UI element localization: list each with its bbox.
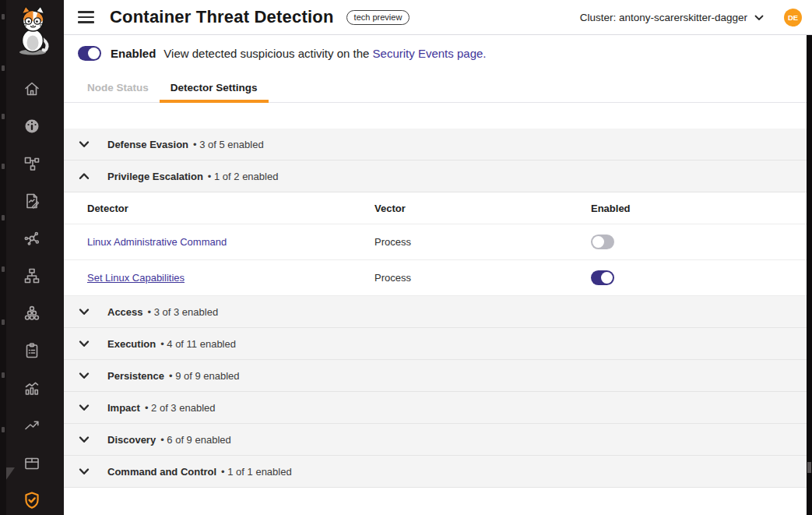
cluster-selector[interactable]: Cluster: antony-scarerskitter-dagger [580, 12, 764, 23]
sidebar-item-home[interactable] [0, 72, 64, 109]
sidebar [0, 0, 64, 515]
category-summary: • 6 of 9 enabled [160, 434, 231, 446]
sidebar-item-service-mesh[interactable] [0, 221, 64, 259]
network-topology-icon [23, 154, 41, 176]
category-row-impact[interactable]: Impact • 2 of 3 enabled [64, 392, 807, 424]
vector-value: Process [374, 236, 591, 248]
chevron-down-icon [78, 337, 90, 350]
category-label: Defense Evasion [107, 139, 188, 150]
apps-box-icon [23, 453, 41, 475]
category-summary: • 3 of 3 enabled [148, 306, 219, 318]
detector-table-header: Detector Vector Enabled [64, 192, 807, 224]
category-label: Command and Control [107, 466, 216, 478]
trends-icon [23, 416, 41, 438]
security-events-link[interactable]: Security Events page. [373, 47, 487, 60]
detector-toggle[interactable] [591, 235, 614, 249]
sidebar-item-dashboard[interactable] [0, 109, 64, 146]
compliance-clipboard-icon [23, 341, 41, 363]
category-row-persistence[interactable]: Persistence • 9 of 9 enabled [64, 360, 807, 392]
category-label: Execution [107, 338, 156, 350]
sidebar-item-network[interactable] [0, 146, 64, 184]
cat-mascot-logo[interactable] [12, 5, 54, 59]
category-row-discovery[interactable]: Discovery • 6 of 9 enabled [64, 424, 807, 456]
workload-cluster-icon [23, 304, 41, 326]
chevron-down-icon [78, 401, 90, 414]
category-summary: • 4 of 11 enabled [160, 338, 236, 350]
chevron-up-icon [78, 170, 90, 182]
cluster-selector-label: Cluster: antony-scarerskitter-dagger [580, 12, 747, 23]
chevron-down-icon [78, 465, 90, 478]
chevron-down-icon [754, 12, 764, 23]
user-avatar[interactable]: DE [784, 9, 802, 26]
column-header-enabled: Enabled [591, 203, 807, 214]
chevron-down-icon [78, 433, 90, 446]
category-label: Impact [107, 402, 140, 414]
category-row-execution[interactable]: Execution • 4 of 11 enabled [64, 328, 807, 360]
enabled-toggle-label: Enabled [111, 47, 156, 60]
chevron-down-icon [78, 305, 90, 318]
category-row-command-and-control[interactable]: Command and Control • 1 of 1 enabled [64, 456, 807, 488]
vector-value: Process [374, 272, 591, 284]
tab-bar: Node Status Detector Settings [64, 72, 807, 103]
node-hierarchy-icon [23, 266, 41, 288]
sidebar-item-metrics[interactable] [0, 371, 64, 408]
container-threat-detection-page: Container Threat Detection tech preview … [0, 0, 812, 515]
sidebar-item-workloads[interactable] [0, 296, 64, 333]
hamburger-menu-icon[interactable] [78, 11, 94, 23]
enabled-toolbar: Enabled View detected suspicious activit… [64, 35, 807, 72]
tab-detector-settings[interactable]: Detector Settings [160, 72, 269, 103]
tab-content-gap [64, 103, 807, 129]
chevron-down-icon [78, 369, 90, 382]
column-header-vector: Vector [374, 203, 591, 214]
sidebar-item-compliance[interactable] [0, 333, 64, 371]
category-row-defense-evasion[interactable]: Defense Evasion • 3 of 5 enabled [64, 129, 807, 160]
enabled-description: View detected suspicious activity on the… [163, 47, 486, 60]
sidebar-item-audit-report[interactable] [0, 184, 64, 221]
dashboard-gauge-icon [23, 117, 41, 139]
right-edge-strip [807, 35, 812, 515]
detector-link-set-linux-capabilities[interactable]: Set Linux Capabilities [87, 272, 185, 284]
category-label: Access [107, 306, 143, 318]
category-label: Persistence [107, 370, 164, 382]
table-row: Linux Administrative Command Process [64, 224, 807, 260]
category-summary: • 1 of 2 enabled [208, 171, 279, 182]
detector-link-linux-administrative-command[interactable]: Linux Administrative Command [87, 236, 227, 248]
page-title: Container Threat Detection [110, 7, 334, 27]
left-edge-strip [0, 0, 6, 515]
audit-report-icon [23, 192, 41, 213]
security-shield-icon [22, 490, 42, 513]
chevron-down-icon [78, 138, 90, 150]
category-summary: • 2 of 3 enabled [145, 402, 216, 414]
sidebar-item-node-hierarchy[interactable] [0, 259, 64, 296]
category-summary: • 1 of 1 enabled [221, 466, 292, 478]
tech-preview-badge: tech preview [346, 10, 410, 25]
category-row-privilege-escalation[interactable]: Privilege Escalation • 1 of 2 enabled [64, 160, 807, 192]
scrollbar-thumb[interactable] [807, 462, 811, 473]
main-content: Enabled View detected suspicious activit… [64, 35, 807, 515]
sidebar-nav [0, 72, 64, 515]
feature-enabled-toggle[interactable] [78, 46, 101, 61]
column-header-detector: Detector [64, 203, 374, 214]
category-label: Discovery [107, 434, 156, 446]
category-summary: • 9 of 9 enabled [169, 370, 240, 382]
detector-toggle[interactable] [591, 270, 614, 285]
category-label: Privilege Escalation [107, 171, 203, 182]
sidebar-item-trends[interactable] [0, 408, 64, 446]
service-mesh-icon [23, 229, 41, 251]
metrics-chart-icon [23, 379, 41, 400]
table-row: Set Linux Capabilities Process [64, 260, 807, 296]
tab-node-status[interactable]: Node Status [76, 72, 160, 103]
category-row-access[interactable]: Access • 3 of 3 enabled [64, 296, 807, 328]
category-summary: • 3 of 5 enabled [193, 139, 264, 150]
top-bar: Container Threat Detection tech preview … [64, 0, 812, 35]
home-icon [23, 79, 41, 101]
